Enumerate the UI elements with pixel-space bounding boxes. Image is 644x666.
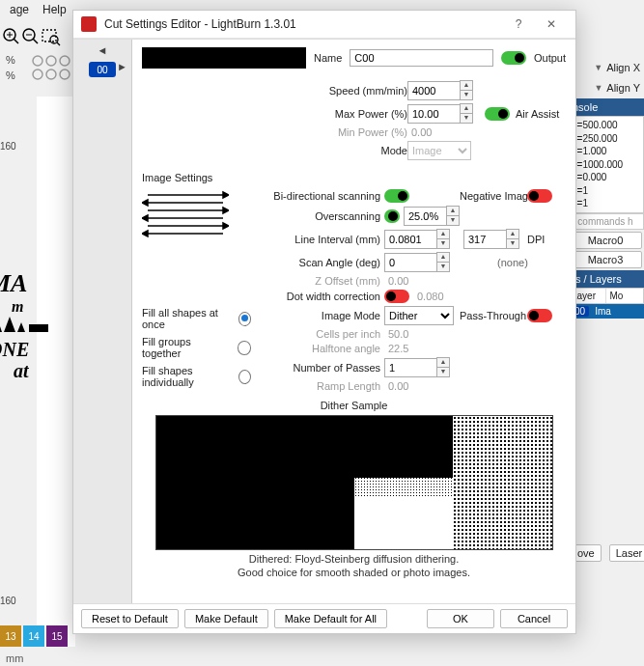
zoom-in-icon[interactable] — [2, 27, 21, 46]
macro0-button[interactable]: Macro0 — [569, 232, 642, 249]
chevron-icon[interactable]: ▼ — [594, 83, 602, 93]
chevron-icon[interactable]: ▼ — [594, 63, 602, 72]
fill-groups-radio[interactable] — [238, 341, 252, 355]
color-swatch[interactable]: 14 — [23, 625, 44, 647]
menu-item[interactable]: age — [10, 3, 29, 24]
fill-groups-label: Fill groups together — [142, 336, 230, 359]
ruler-mark: 160 — [0, 141, 37, 152]
svg-line-9 — [57, 42, 60, 45]
dotwidth-label: Dot width correction — [259, 291, 384, 302]
dot-grid-tool[interactable] — [31, 54, 71, 90]
svg-line-5 — [33, 39, 38, 43]
none-label: (none) — [460, 257, 566, 268]
chevron-right-icon[interactable]: ► — [117, 62, 127, 72]
chevron-left-icon[interactable]: ◄ — [98, 45, 108, 56]
svg-point-15 — [60, 69, 70, 79]
svg-point-10 — [33, 56, 42, 66]
airassist-toggle[interactable] — [485, 107, 510, 121]
halftone-value: 22.5 — [384, 343, 460, 354]
menu-item[interactable]: Help — [42, 3, 67, 24]
svg-rect-19 — [29, 324, 48, 332]
status-unit: mm — [6, 652, 23, 664]
scanangle-input[interactable]: ▲▼ — [384, 252, 460, 272]
svg-point-14 — [46, 69, 56, 79]
svg-marker-16 — [0, 320, 2, 332]
fill-all-radio[interactable] — [238, 312, 251, 326]
console-input[interactable]: e commands h — [567, 213, 644, 230]
close-button[interactable]: ✕ — [535, 13, 568, 36]
mode-select[interactable]: Image — [407, 141, 471, 160]
layer-mode: Ima — [595, 306, 611, 317]
bidi-toggle[interactable] — [384, 189, 409, 203]
bidi-label: Bi-directional scanning — [259, 190, 384, 202]
imagemode-select[interactable]: Dither — [384, 306, 454, 325]
layer-list: ◄ 00 ► — [73, 40, 132, 603]
ruler-mark: 160 — [0, 596, 37, 606]
ramp-label: Ramp Length — [259, 380, 384, 392]
dotwidth-value: 0.080 — [413, 291, 444, 302]
overscan-toggle[interactable] — [384, 209, 400, 223]
layer-chip[interactable]: 00 — [89, 62, 116, 77]
maxpower-input[interactable]: ▲▼ — [407, 103, 479, 124]
color-swatch[interactable]: 13 — [0, 625, 21, 647]
name-input[interactable] — [350, 49, 493, 67]
speed-input[interactable]: ▲▼ — [407, 80, 479, 100]
ok-button[interactable]: OK — [427, 609, 494, 628]
svg-marker-23 — [142, 200, 148, 206]
neg-image-toggle[interactable] — [527, 189, 552, 203]
right-panels: ▼Align X ▼Align Y nsole 5=500.000 5=250.… — [567, 58, 644, 566]
dpi-input[interactable]: ▲▼ — [463, 229, 527, 249]
halftone-label: Halftone angle — [259, 343, 384, 354]
overscan-label: Overscanning — [259, 210, 384, 222]
layer-color-preview — [142, 47, 306, 69]
svg-point-12 — [60, 56, 70, 66]
neg-image-label: Negative Image — [460, 190, 527, 202]
svg-marker-27 — [142, 215, 148, 221]
output-toggle[interactable] — [501, 51, 526, 65]
svg-marker-21 — [223, 192, 229, 198]
layer-row[interactable]: 00 Ima — [567, 304, 644, 319]
lineinterval-input[interactable]: ▲▼ — [384, 229, 460, 249]
cancel-button[interactable]: Cancel — [500, 609, 568, 628]
dialog-body: Name Output Speed (mm/min) ▲▼ Max Power … — [132, 40, 575, 603]
app-icon — [81, 16, 97, 32]
dialog-footer: Reset to Default Make Default Make Defau… — [73, 603, 575, 633]
make-default-all-button[interactable]: Make Default for All — [274, 609, 387, 628]
help-button[interactable]: ? — [502, 13, 535, 36]
make-default-button[interactable]: Make Default — [184, 609, 268, 628]
fill-indiv-label: Fill shapes individually — [142, 365, 231, 388]
zoffset-label: Z Offset (mm) — [259, 275, 384, 287]
imagemode-label: Image Mode — [259, 310, 384, 321]
svg-marker-17 — [4, 317, 15, 332]
passes-input[interactable]: ▲▼ — [384, 357, 460, 377]
dither-sample-image — [155, 415, 553, 550]
overscan-input[interactable]: ▲▼ — [404, 206, 460, 226]
design-preview: MA m ONE at — [0, 270, 75, 381]
percent-label: % — [6, 54, 15, 66]
cells-label: Cells per inch — [259, 328, 384, 340]
macro3-button[interactable]: Macro3 — [569, 251, 642, 268]
align-y-btn[interactable]: Align Y — [606, 82, 640, 94]
col-header: Mo — [606, 289, 644, 303]
name-label: Name — [314, 52, 342, 64]
ramp-value: 0.00 — [384, 380, 460, 392]
minpower-label: Min Power (%) — [142, 126, 407, 138]
dpi-label: DPI — [527, 234, 566, 245]
passthrough-toggle[interactable] — [527, 309, 552, 322]
align-x-btn[interactable]: Align X — [606, 62, 640, 73]
console-header: nsole — [567, 98, 644, 116]
zoom-frame-icon[interactable] — [41, 27, 62, 46]
lineinterval-label: Line Interval (mm) — [259, 234, 384, 245]
zoffset-value: 0.00 — [384, 275, 460, 287]
laser-button[interactable]: Laser — [609, 544, 644, 562]
svg-marker-18 — [17, 322, 25, 332]
reset-default-button[interactable]: Reset to Default — [81, 609, 179, 628]
image-settings-header: Image Settings — [142, 172, 566, 183]
dither-sample-header: Dither Sample — [142, 400, 566, 411]
fill-indiv-radio[interactable] — [238, 370, 251, 384]
zoom-out-icon[interactable] — [21, 27, 41, 46]
dotwidth-toggle[interactable] — [384, 290, 409, 303]
svg-point-13 — [33, 69, 42, 79]
cells-value: 50.0 — [384, 328, 460, 340]
color-swatch[interactable]: 15 — [46, 625, 68, 647]
